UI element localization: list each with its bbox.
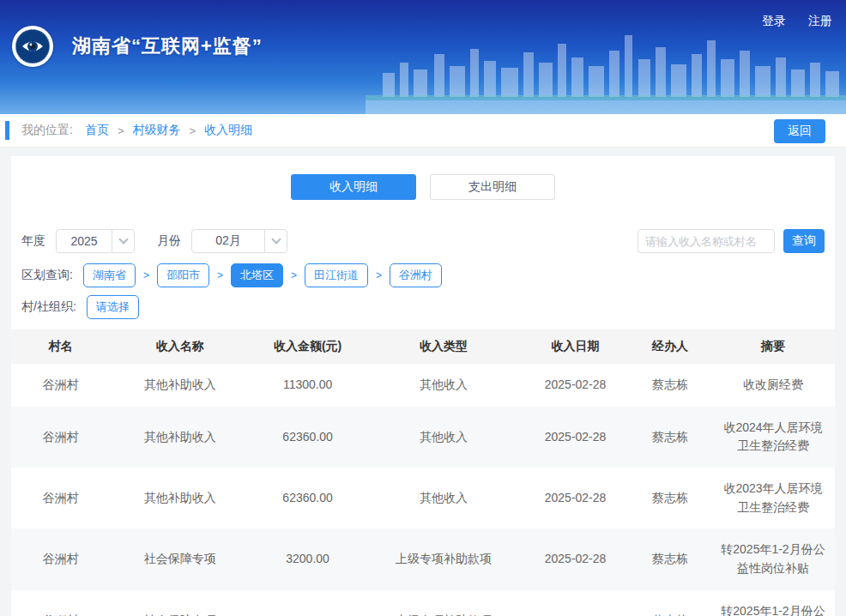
cell-income-type: 其他收入	[366, 364, 522, 407]
filter-row-region: 区划查询: 湖南省 > 邵阳市 > 北塔区 > 田江街道 > 谷洲村	[21, 263, 825, 287]
cell-handler: 蔡志栋	[629, 407, 711, 468]
table-row: 谷洲村 社会保障专项 4800.00 上级专项补助款项 2025-02-28 蔡…	[11, 590, 835, 616]
col-summary: 摘要	[711, 329, 835, 364]
query-button[interactable]: 查询	[783, 229, 825, 253]
tab-expense-detail[interactable]: 支出明细	[430, 174, 555, 200]
table-row: 谷洲村 其他补助收入 62360.00 其他收入 2025-02-28 蔡志栋 …	[11, 407, 835, 468]
search-input[interactable]	[638, 229, 775, 253]
site-logo	[12, 26, 53, 67]
cell-date: 2025-02-28	[522, 364, 629, 407]
cell-income-type: 上级专项补助款项	[366, 590, 522, 616]
col-handler: 经办人	[629, 329, 711, 364]
table-row: 谷洲村 社会保障专项 3200.00 上级专项补助款项 2025-02-28 蔡…	[11, 528, 835, 589]
cell-amount: 3200.00	[250, 528, 365, 589]
cell-amount: 62360.00	[250, 468, 365, 528]
cell-amount: 62360.00	[250, 407, 365, 468]
cell-income-name: 社会保障专项	[110, 590, 250, 616]
col-date: 收入日期	[522, 329, 629, 364]
income-table: 村名 收入名称 收入金额(元) 收入类型 收入日期 经办人 摘要 谷洲村 其他补…	[11, 329, 835, 616]
breadcrumb-accent	[5, 121, 9, 140]
cell-village: 谷洲村	[11, 407, 110, 468]
table-header-row: 村名 收入名称 收入金额(元) 收入类型 收入日期 经办人 摘要	[11, 329, 835, 364]
chevron-down-icon	[112, 230, 134, 252]
city-skyline-image	[366, 28, 846, 114]
cell-amount: 11300.00	[250, 364, 365, 407]
cell-date: 2025-02-28	[522, 528, 629, 589]
region-separator: >	[291, 269, 297, 281]
org-label: 村/社组织:	[21, 299, 76, 315]
cell-date: 2025-02-28	[522, 407, 629, 468]
filter-row-date: 年度 2025 月份 02月 查询	[21, 229, 825, 253]
chevron-down-icon	[264, 230, 287, 252]
month-select[interactable]: 02月	[191, 229, 287, 253]
cell-date: 2025-02-28	[522, 590, 629, 616]
breadcrumb-income-detail[interactable]: 收入明细	[204, 123, 252, 138]
col-village: 村名	[11, 329, 110, 364]
cell-income-type: 上级专项补助款项	[366, 528, 522, 589]
cell-income-type: 其他收入	[366, 407, 522, 468]
year-select-value: 2025	[57, 234, 112, 248]
page-title: 湖南省“互联网+监督”	[72, 33, 263, 59]
breadcrumb-village-finance[interactable]: 村级财务	[132, 123, 180, 138]
region-button-province[interactable]: 湖南省	[83, 263, 136, 287]
month-label: 月份	[157, 233, 181, 249]
cell-income-name: 社会保障专项	[110, 528, 250, 589]
site-header: 登录 注册 湖南省“互联网+监督”	[0, 0, 846, 114]
brand: 湖南省“互联网+监督”	[12, 26, 263, 67]
cell-village: 谷洲村	[11, 528, 110, 589]
cell-amount: 4800.00	[250, 590, 365, 616]
region-button-street[interactable]: 田江街道	[305, 263, 368, 287]
cell-village: 谷洲村	[11, 468, 110, 528]
register-link[interactable]: 注册	[808, 14, 832, 27]
cell-income-name: 其他补助收入	[110, 468, 250, 528]
breadcrumb: 我的位置: 首页 > 村级财务 > 收入明细 返回	[0, 114, 846, 148]
breadcrumb-label: 我的位置:	[21, 123, 73, 138]
region-button-village[interactable]: 谷洲村	[390, 263, 442, 287]
auth-links: 登录 注册	[743, 14, 832, 29]
cell-village: 谷洲村	[11, 590, 110, 616]
content-card: 收入明细 支出明细 年度 2025 月份 02月 查询 区划查询: 湖南省 > …	[11, 156, 835, 616]
cell-income-name: 其他补助收入	[110, 407, 250, 468]
back-button[interactable]: 返回	[774, 119, 825, 143]
year-label: 年度	[21, 233, 45, 249]
eye-logo-icon	[20, 33, 45, 59]
cell-handler: 蔡志栋	[629, 590, 711, 616]
cell-handler: 蔡志栋	[629, 528, 711, 589]
detail-tabs: 收入明细 支出明细	[11, 156, 835, 200]
tab-income-detail[interactable]: 收入明细	[291, 174, 416, 200]
cell-summary: 收2023年人居环境卫生整治经费	[711, 468, 835, 528]
month-select-value: 02月	[192, 233, 264, 249]
cell-summary: 转2025年1-2月份公益性岗位补贴	[711, 590, 835, 616]
cell-summary: 收2024年人居环境卫生整治经费	[711, 407, 835, 468]
cell-handler: 蔡志栋	[629, 468, 711, 528]
col-income-type: 收入类型	[366, 329, 522, 364]
year-select[interactable]: 2025	[56, 229, 135, 253]
region-separator: >	[376, 269, 382, 281]
table-row: 谷洲村 其他补助收入 11300.00 其他收入 2025-02-28 蔡志栋 …	[11, 364, 835, 407]
breadcrumb-separator: >	[189, 124, 196, 137]
filter-row-org: 村/社组织: 请选择	[21, 295, 825, 319]
region-separator: >	[143, 269, 149, 281]
cell-summary: 收改厕经费	[711, 364, 835, 407]
region-button-city[interactable]: 邵阳市	[157, 263, 209, 287]
cell-date: 2025-02-28	[522, 468, 629, 528]
breadcrumb-separator: >	[118, 124, 124, 137]
region-button-district[interactable]: 北塔区	[231, 263, 283, 287]
col-income-name: 收入名称	[110, 329, 250, 364]
cell-summary: 转2025年1-2月份公益性岗位补贴	[711, 528, 835, 589]
col-amount: 收入金额(元)	[250, 329, 365, 364]
cell-handler: 蔡志栋	[629, 364, 711, 407]
login-link[interactable]: 登录	[762, 14, 786, 27]
region-separator: >	[217, 269, 223, 281]
breadcrumb-home[interactable]: 首页	[85, 123, 109, 138]
table-row: 谷洲村 其他补助收入 62360.00 其他收入 2025-02-28 蔡志栋 …	[11, 468, 835, 528]
org-select-button[interactable]: 请选择	[87, 295, 139, 319]
region-label: 区划查询:	[21, 268, 73, 283]
cell-income-name: 其他补助收入	[110, 364, 250, 407]
cell-village: 谷洲村	[11, 364, 110, 407]
cell-income-type: 其他收入	[366, 468, 522, 528]
